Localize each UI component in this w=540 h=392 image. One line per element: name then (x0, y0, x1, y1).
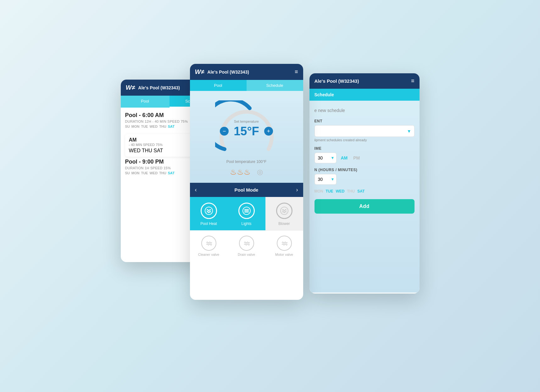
day-mon: MON (131, 125, 140, 128)
center-header-left: W≠ Ale's Pool (W32343) (195, 68, 249, 76)
duration-minute-select[interactable]: 30 (315, 174, 337, 185)
form-day-tue[interactable]: TUE (326, 189, 333, 193)
screen-right: Ale's Pool (W32343) ≡ Schedule e new sch… (309, 73, 420, 294)
pool-mode-prev-arrow[interactable]: ‹ (195, 187, 197, 193)
duration-minute-wrapper: 30 ▼ (315, 174, 337, 185)
tab-pool-center[interactable]: Pool (190, 80, 247, 91)
hamburger-icon[interactable]: ≡ (295, 69, 298, 75)
temperature-dial: Set temperature − 15°F + (215, 100, 278, 157)
form-body: e new schedule ENT ▼ iipment schedules c… (309, 101, 420, 293)
pm-button[interactable]: PM (352, 155, 361, 161)
day2-su: SU (125, 171, 130, 175)
toggle-day-sat: SAT (153, 148, 163, 153)
set-temp-label: Set temperature (220, 120, 273, 123)
day-thu: THU (159, 125, 166, 128)
time-minute-wrapper: 30 ▼ (315, 153, 337, 163)
time-row: 30 ▼ AM PM (315, 153, 415, 163)
day2-mon: MON (131, 171, 140, 175)
day2-sat: SAT (168, 171, 175, 175)
pool-control-area: Set temperature − 15°F + Pool temperatur… (190, 91, 303, 183)
temp-plus-btn[interactable]: + (264, 127, 273, 136)
form-day-thu[interactable]: THU (347, 189, 355, 193)
pool-heat-label: Pool Heat (200, 221, 217, 226)
duration-label: N (HOURS / MINUTES) (315, 168, 415, 172)
toggle-label: AM (129, 137, 163, 143)
mode-grid-row2: Cleaner valve Drain valve (190, 230, 303, 260)
blower-label: Blower (278, 221, 290, 226)
tab-schedule-center[interactable]: Schedule (247, 80, 303, 91)
form-days-row: MON TUE WED THU SAT (315, 189, 415, 193)
motor-valve-icon (277, 236, 292, 251)
time-label: IME (315, 146, 415, 151)
mode-motor-valve[interactable]: Motor valve (265, 231, 303, 260)
heat-wave-icon: ♨♨♨ (230, 168, 251, 176)
center-header: W≠ Ale's Pool (W32343) ≡ (190, 64, 303, 80)
screens-container: W≠ Ale's Pool (W32343) Pool Schedule Poo… (121, 54, 420, 338)
equipment-note: iipment schedules created already (315, 138, 415, 142)
equipment-select[interactable] (315, 125, 415, 137)
form-day-sat[interactable]: SAT (357, 189, 365, 193)
left-pool-name: Ale's Pool (W32343) (138, 85, 180, 90)
pool-temp-info: Pool temperature 100°F (226, 160, 267, 164)
day-sat: SAT (168, 125, 175, 128)
mode-blower[interactable]: Blower (265, 197, 303, 230)
mode-cleaner-valve[interactable]: Cleaner valve (190, 231, 228, 260)
motor-valve-label: Motor valve (275, 253, 293, 256)
right-sub-header: Schedule (309, 89, 420, 101)
drain-valve-label: Drain valve (238, 253, 255, 256)
toggle-sublabel: - 40 MIN SPEED 75% (129, 143, 163, 147)
lights-label: Lights (241, 221, 251, 226)
equipment-select-wrapper: ▼ (315, 125, 415, 137)
center-logo: W≠ (195, 68, 204, 76)
cleaner-valve-icon (201, 236, 216, 251)
lights-icon-circle (238, 203, 255, 219)
day2-wed: WED (149, 171, 158, 175)
toggle-day-thu: THU (142, 148, 152, 153)
right-sub-title: Schedule (315, 92, 334, 97)
day2-tue: TUE (141, 171, 148, 175)
pool-mode-next-arrow[interactable]: › (296, 187, 298, 193)
mode-drain-valve[interactable]: Drain valve (228, 231, 265, 260)
day-su: SU (125, 125, 130, 128)
temp-minus-btn[interactable]: − (220, 127, 229, 136)
temp-controls: − 15°F + (220, 125, 273, 138)
toggle-info: AM - 40 MIN SPEED 75% WED THU SAT (129, 137, 163, 154)
pool-heat-icon-circle (201, 203, 217, 219)
right-header: Ale's Pool (W32343) ≡ (309, 73, 420, 89)
pool-mode-title: Pool Mode (235, 187, 259, 193)
form-section-title: e new schedule (315, 106, 415, 114)
toggle-day-wed: WED (129, 148, 141, 153)
mode-lights[interactable]: Lights (228, 197, 265, 230)
equipment-label: ENT (315, 119, 415, 123)
pool-icons-row: ♨♨♨ ◎ (230, 168, 263, 176)
day-tue: TUE (141, 125, 148, 128)
add-button[interactable]: Add (315, 199, 415, 214)
duration-row: 30 ▼ (315, 174, 415, 185)
form-day-wed[interactable]: WED (336, 189, 345, 193)
pool-mode-header: ‹ Pool Mode › (190, 183, 303, 197)
am-button[interactable]: AM (340, 155, 349, 161)
cleaner-valve-label: Cleaner valve (198, 253, 219, 256)
mode-grid-row1: Pool Heat Lights (190, 197, 303, 230)
toggle-days: WED THU SAT (129, 148, 163, 154)
left-logo: W≠ (126, 84, 135, 91)
center-tab-bar: Pool Schedule (190, 80, 303, 91)
fan-icon: ◎ (257, 168, 263, 176)
mode-pool-heat[interactable]: Pool Heat (190, 197, 228, 230)
temp-display: Set temperature − 15°F + (220, 120, 273, 138)
drain-valve-icon (239, 236, 254, 251)
right-hamburger[interactable]: ≡ (411, 78, 415, 84)
right-pool-name: Ale's Pool (W32343) (315, 78, 359, 84)
time-minute-select[interactable]: 30 (315, 153, 337, 163)
center-pool-name: Ale's Pool (W32343) (207, 70, 249, 75)
temp-value: 15°F (234, 125, 259, 138)
day-wed: WED (149, 125, 158, 128)
tab-pool-left[interactable]: Pool (121, 96, 170, 108)
blower-icon-circle (276, 203, 292, 219)
screen-center: W≠ Ale's Pool (W32343) ≡ Pool Schedule S… (190, 64, 303, 300)
form-day-mon[interactable]: MON (315, 189, 323, 193)
day2-thu: THU (159, 171, 166, 175)
